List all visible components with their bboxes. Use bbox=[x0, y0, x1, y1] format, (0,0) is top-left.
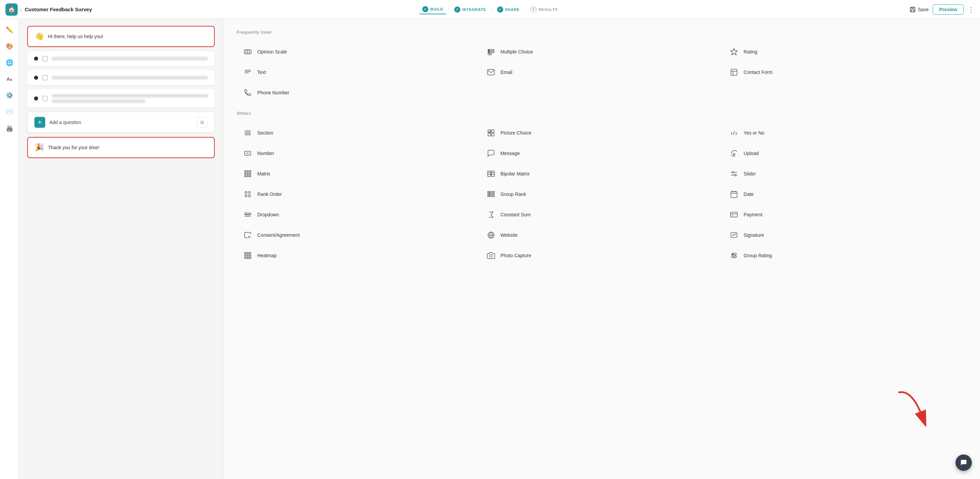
text-icon bbox=[242, 67, 253, 78]
qt-multiple-choice-label: Multiple Choice bbox=[501, 49, 533, 54]
qt-constant-sum[interactable]: Constant Sum bbox=[480, 204, 724, 225]
payment-icon bbox=[729, 209, 740, 220]
svg-rect-41 bbox=[247, 176, 248, 177]
qt-matrix-label: Matrix bbox=[257, 171, 270, 176]
svg-point-51 bbox=[732, 172, 734, 173]
qt-payment[interactable]: Payment bbox=[723, 204, 966, 225]
sidebar-print-icon[interactable]: 🖨️ bbox=[3, 121, 16, 135]
qt-heatmap[interactable]: Heatmap bbox=[237, 245, 480, 266]
svg-rect-81 bbox=[247, 257, 248, 259]
qt-opinion-scale[interactable]: Opinion Scale bbox=[237, 42, 480, 62]
qt-group-rank[interactable]: Group Rank bbox=[480, 184, 724, 204]
qt-consent-agreement[interactable]: Consent/Agreement bbox=[237, 225, 480, 245]
welcome-text: Hi there, help us help you! bbox=[48, 34, 103, 39]
svg-rect-42 bbox=[250, 176, 251, 177]
email-icon bbox=[485, 67, 496, 78]
sidebar-globe-icon[interactable]: 🌐 bbox=[3, 56, 16, 70]
add-question-button[interactable]: + Add a question ⧉ bbox=[27, 112, 215, 133]
consent-agreement-icon bbox=[242, 230, 253, 241]
qt-yes-or-no[interactable]: Yes or No bbox=[723, 123, 966, 143]
qt-text[interactable]: Text bbox=[237, 62, 480, 83]
sidebar-brush-icon[interactable]: 🎨 bbox=[3, 40, 16, 53]
sidebar-font-icon[interactable]: Aa bbox=[3, 72, 16, 86]
qt-bipolar-matrix[interactable]: Bipolar Matrix bbox=[480, 163, 724, 184]
qt-rank-order[interactable]: Rank Order bbox=[237, 184, 480, 204]
qt-picture-choice[interactable]: Picture Choice bbox=[480, 123, 724, 143]
step-results[interactable]: 4 RESULTS bbox=[528, 5, 560, 14]
svg-rect-59 bbox=[488, 196, 495, 196]
chat-bubble-button[interactable] bbox=[956, 455, 972, 471]
blurred-line-2a bbox=[52, 76, 208, 79]
svg-rect-40 bbox=[245, 176, 246, 177]
step-build[interactable]: ✓ BUILD bbox=[420, 5, 446, 14]
qt-rank-order-label: Rank Order bbox=[257, 192, 282, 197]
breadcrumb-chevron: › bbox=[21, 7, 22, 12]
question-card-3[interactable] bbox=[27, 89, 215, 108]
svg-rect-2 bbox=[911, 10, 914, 11]
more-button[interactable]: ⋮ bbox=[968, 5, 975, 14]
step-share-label: SHARE bbox=[505, 8, 520, 11]
qt-message-label: Message bbox=[501, 150, 520, 156]
qt-message[interactable]: Message bbox=[480, 143, 724, 163]
svg-rect-75 bbox=[247, 252, 248, 254]
question-dot-2 bbox=[34, 76, 38, 80]
svg-rect-9 bbox=[488, 53, 492, 55]
sidebar-left: ✏️ 🎨 🌐 Aa ⚙️ ✉️ 🖨️ bbox=[0, 19, 19, 479]
preview-button[interactable]: Preview bbox=[933, 5, 964, 14]
qt-multiple-choice[interactable]: Multiple Choice bbox=[480, 42, 724, 62]
thankyou-card[interactable]: 🎉 Thank you for your time! bbox=[27, 137, 215, 158]
question-card-2[interactable] bbox=[27, 70, 215, 85]
svg-rect-25 bbox=[492, 130, 494, 133]
qt-date[interactable]: Date bbox=[723, 184, 966, 204]
sidebar-edit-icon[interactable]: ✏️ bbox=[3, 23, 16, 37]
qt-picture-choice-label: Picture Choice bbox=[501, 130, 531, 136]
message-icon bbox=[485, 148, 496, 159]
qt-dropdown-label: Dropdown bbox=[257, 212, 279, 217]
thankyou-text: Thank you for your time! bbox=[48, 145, 99, 150]
svg-point-85 bbox=[734, 253, 737, 255]
add-plus-icon: + bbox=[34, 117, 45, 128]
question-types-panel: Frequently Used Opinion Scale Multiple C… bbox=[223, 19, 980, 479]
question-lines-2 bbox=[52, 76, 208, 79]
svg-rect-37 bbox=[245, 173, 246, 174]
sidebar-email-icon[interactable]: ✉️ bbox=[3, 105, 16, 118]
group-rating-icon bbox=[729, 250, 740, 261]
qt-number[interactable]: Number bbox=[237, 143, 480, 163]
svg-rect-16 bbox=[488, 70, 495, 75]
svg-rect-74 bbox=[245, 252, 246, 254]
save-button[interactable]: Save bbox=[910, 6, 929, 13]
qt-upload[interactable]: Upload bbox=[723, 143, 966, 163]
step-build-label: BUILD bbox=[430, 7, 443, 11]
step-integrate[interactable]: ✓ INTEGRATE bbox=[452, 5, 489, 14]
add-duplicate-icon[interactable]: ⧉ bbox=[197, 117, 208, 128]
qt-slider[interactable]: Slider bbox=[723, 163, 966, 184]
qt-photo-capture[interactable]: Photo Capture bbox=[480, 245, 724, 266]
welcome-card[interactable]: 👋 Hi there, help us help you! bbox=[27, 26, 215, 47]
qt-website[interactable]: Website bbox=[480, 225, 724, 245]
qt-group-rating[interactable]: Group Rating bbox=[723, 245, 966, 266]
svg-rect-44 bbox=[492, 171, 495, 176]
svg-point-52 bbox=[735, 174, 737, 176]
qt-email[interactable]: Email bbox=[480, 62, 724, 83]
sidebar-settings-icon[interactable]: ⚙️ bbox=[3, 89, 16, 102]
bipolar-matrix-icon bbox=[485, 168, 496, 179]
add-question-label: Add a question bbox=[49, 120, 81, 125]
qt-section[interactable]: Section bbox=[237, 123, 480, 143]
qt-contact-form[interactable]: Contact Form bbox=[723, 62, 966, 83]
rating-icon bbox=[729, 46, 740, 57]
upload-icon bbox=[729, 148, 740, 159]
qt-phone-number[interactable]: Phone Number bbox=[237, 83, 480, 103]
question-lines-1 bbox=[52, 57, 208, 60]
qt-rating-label: Rating bbox=[743, 49, 757, 54]
others-label: Others bbox=[237, 111, 966, 116]
svg-line-28 bbox=[733, 131, 734, 135]
question-dot-1 bbox=[34, 57, 38, 61]
qt-heatmap-label: Heatmap bbox=[257, 253, 277, 258]
qt-signature[interactable]: Signature bbox=[723, 225, 966, 245]
question-card-1[interactable] bbox=[27, 51, 215, 66]
qt-rating[interactable]: Rating bbox=[723, 42, 966, 62]
step-share[interactable]: ✓ SHARE bbox=[494, 5, 522, 14]
app-logo[interactable]: 🏠 bbox=[5, 3, 18, 16]
qt-matrix[interactable]: Matrix bbox=[237, 163, 480, 184]
qt-dropdown[interactable]: Dropdown bbox=[237, 204, 480, 225]
